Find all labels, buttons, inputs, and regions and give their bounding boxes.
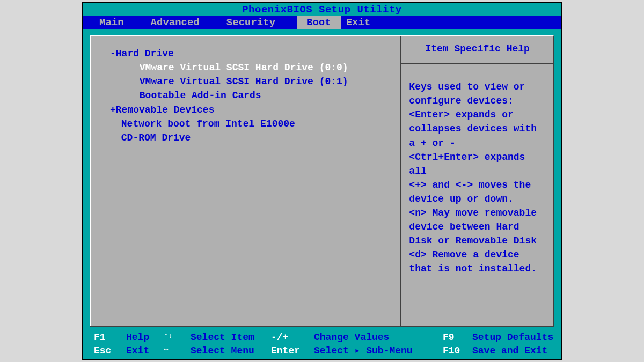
help-line: <+> and <-> moves the device up or down. <box>409 178 546 206</box>
desc-save-exit: Save and Exit <box>472 344 555 357</box>
help-line: <Ctrl+Enter> expands all <box>409 150 546 178</box>
desc-select-item: Select Item <box>191 331 271 344</box>
help-line: Keys used to view or configure devices: <box>409 80 546 108</box>
boot-order-pane[interactable]: -Hard Drive VMware Virtual SCSI Hard Dri… <box>91 36 400 326</box>
menu-main[interactable]: Main <box>99 16 140 29</box>
menu-exit[interactable]: Exit <box>346 16 387 29</box>
boot-item[interactable]: CD-ROM Drive <box>110 131 395 145</box>
footer-bar: F1 Help ↑↓ Select Item -/+ Change Values… <box>83 330 561 359</box>
menu-bar[interactable]: Main Advanced Security Boot Exit <box>83 16 561 29</box>
boot-item[interactable]: VMware Virtual SCSI Hard Drive (0:1) <box>110 75 395 88</box>
footer-row-2: Esc Exit ↔ Select Menu Enter Select ▸ Su… <box>94 344 555 357</box>
bios-window: PhoenixBIOS Setup Utility Main Advanced … <box>82 2 562 360</box>
boot-item[interactable]: Bootable Add-in Cards <box>110 88 395 102</box>
menu-security[interactable]: Security <box>226 16 291 29</box>
title-bar: PhoenixBIOS Setup Utility <box>83 3 561 16</box>
boot-item[interactable]: VMware Virtual SCSI Hard Drive (0:0) <box>110 61 395 75</box>
content: -Hard Drive VMware Virtual SCSI Hard Dri… <box>90 35 554 327</box>
key-updown[interactable]: ↑↓ <box>164 331 191 344</box>
desc-setup-defaults: Setup Defaults <box>472 331 555 344</box>
desc-change-values: Change Values <box>314 331 443 344</box>
key-plusminus[interactable]: -/+ <box>271 331 314 344</box>
help-line: <Enter> expands or collapses devices wit… <box>409 108 546 150</box>
help-line: <d> Remove a device that is not installe… <box>409 248 546 276</box>
boot-item[interactable]: +Removable Devices <box>110 103 395 117</box>
help-title: Item Specific Help <box>401 36 553 64</box>
content-wrap: -Hard Drive VMware Virtual SCSI Hard Dri… <box>83 29 561 330</box>
help-line: <n> May move removable device between Ha… <box>409 206 546 248</box>
desc-help: Help <box>126 331 164 344</box>
menu-advanced[interactable]: Advanced <box>151 16 216 29</box>
desc-select-submenu: Select ▸ Sub-Menu <box>314 344 443 357</box>
key-enter[interactable]: Enter <box>271 344 314 357</box>
boot-item[interactable]: Network boot from Intel E1000e <box>110 117 395 131</box>
help-body: Keys used to view or configure devices:<… <box>401 64 553 281</box>
footer-row-1: F1 Help ↑↓ Select Item -/+ Change Values… <box>94 331 555 344</box>
menu-boot[interactable]: Boot <box>297 16 341 29</box>
key-f9[interactable]: F9 <box>443 331 472 344</box>
boot-item[interactable]: -Hard Drive <box>110 47 395 61</box>
desc-select-menu: Select Menu <box>191 344 271 357</box>
key-f1[interactable]: F1 <box>94 331 126 344</box>
app-title: PhoenixBIOS Setup Utility <box>242 4 402 16</box>
key-f10[interactable]: F10 <box>443 344 472 357</box>
desc-exit: Exit <box>126 344 164 357</box>
key-esc[interactable]: Esc <box>94 344 126 357</box>
key-leftright[interactable]: ↔ <box>164 344 191 357</box>
help-pane: Item Specific Help Keys used to view or … <box>400 36 553 326</box>
